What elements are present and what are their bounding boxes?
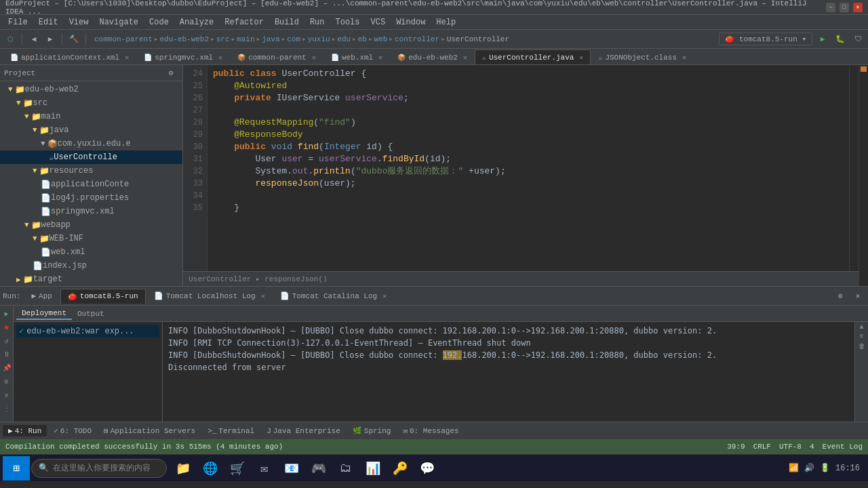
bottom-tab-run[interactable]: ▶ 4: Run: [3, 425, 47, 436]
tree-item-resources[interactable]: ▼ 📁 resources: [0, 164, 182, 178]
menu-view[interactable]: View: [64, 16, 94, 28]
run-pin-icon[interactable]: 📌: [1, 363, 12, 373]
tab-webxml[interactable]: 📄 web.xml ✕: [323, 49, 390, 64]
bottom-tab-terminal[interactable]: >_ Terminal: [202, 426, 260, 436]
sidebar-gear-icon[interactable]: ⚙: [163, 66, 178, 81]
nav-main[interactable]: main: [237, 35, 254, 43]
bottom-tab-appservers[interactable]: ⊞ Application Servers: [98, 425, 201, 436]
toolbar-back[interactable]: ◀: [26, 32, 41, 47]
log-scroll-up-icon[interactable]: ▲: [859, 323, 863, 331]
tree-item-springmvc[interactable]: 📄 springmvc.xml: [0, 205, 182, 218]
run-play-icon[interactable]: ▶: [1, 308, 12, 319]
bottom-tab-spring[interactable]: 🌿 Spring: [347, 425, 397, 436]
tab-close-common-parent[interactable]: ✕: [312, 54, 316, 62]
win-search-box[interactable]: 🔍 在这里输入你要搜索的内容: [31, 459, 167, 478]
bottom-tab-messages[interactable]: ✉ 0: Messages: [397, 425, 464, 436]
debug-button[interactable]: 🐛: [833, 32, 848, 47]
tree-item-edu-eb-web2[interactable]: ▼ 📁 edu-eb-web2: [0, 83, 182, 96]
win-start-button[interactable]: ⊞: [3, 456, 30, 481]
nav-src[interactable]: src: [216, 35, 230, 43]
menu-help[interactable]: Help: [431, 16, 461, 28]
tree-item-src[interactable]: ▼ 📁 src: [0, 96, 182, 110]
tab-applicationcontext[interactable]: 📄 applicationContext.xml ✕: [3, 49, 136, 64]
maximize-button[interactable]: □: [840, 3, 849, 12]
indent[interactable]: 4: [810, 443, 814, 451]
run-button[interactable]: ▶: [815, 32, 830, 47]
tab-common-parent[interactable]: 📦 common-parent ✕: [230, 49, 323, 64]
menu-tools[interactable]: Tools: [330, 16, 366, 28]
tree-item-package[interactable]: ▼ 📦 com.yuxiu.edu.e: [0, 137, 182, 150]
menu-vcs[interactable]: VCS: [366, 16, 391, 28]
win-mail-icon[interactable]: ✉: [252, 456, 277, 481]
win-app2-icon[interactable]: 🎮: [307, 456, 331, 481]
win-clock[interactable]: 16:16: [835, 464, 860, 473]
toolbar-build[interactable]: 🔨: [66, 32, 81, 47]
toolbar-forward[interactable]: ▶: [43, 32, 58, 47]
tab-jsonobject[interactable]: ☕ JSONObject.class ✕: [591, 49, 694, 64]
nav-yuxiu[interactable]: yuxiu: [308, 35, 330, 43]
tree-item-webinf[interactable]: ▼ 📁 WEB-INF: [0, 232, 182, 245]
win-app6-icon[interactable]: 💬: [415, 456, 439, 481]
deployment-item[interactable]: ✓ edu-eb-web2:war exp...: [16, 325, 159, 338]
tab-usercontroller[interactable]: ☕ UserController.java ✕: [475, 49, 591, 64]
tab-close-applicationcontext[interactable]: ✕: [125, 54, 129, 62]
log-clear-icon[interactable]: 🗑: [859, 342, 865, 350]
close-button[interactable]: ✕: [853, 3, 863, 12]
nav-edu-eb-web2[interactable]: edu-eb-web2: [159, 35, 209, 43]
line-separator[interactable]: CRLF: [753, 443, 771, 451]
menu-analyze[interactable]: Analyze: [174, 16, 219, 28]
run-stop-icon[interactable]: ■: [1, 322, 12, 333]
editor-scrollbar[interactable]: [849, 65, 859, 271]
tab-close-edu-eb-web2[interactable]: ✕: [463, 54, 467, 62]
tab-close-usercontroller[interactable]: ✕: [579, 54, 583, 62]
tab-close-webxml[interactable]: ✕: [378, 54, 382, 62]
menu-refactor[interactable]: Refactor: [219, 16, 269, 28]
run-tab-app[interactable]: ▶ App: [24, 289, 58, 304]
run-subtab-output[interactable]: Output: [72, 308, 110, 319]
run-settings-icon[interactable]: ⚙: [833, 289, 848, 304]
run-log[interactable]: INFO [DubboShutdownHook] – [DUBBO] Close…: [163, 322, 854, 422]
window-controls[interactable]: – □ ✕: [826, 3, 863, 12]
run-tab-localhost-log[interactable]: 📄 Tomcat Localhost Log ✕: [147, 289, 272, 304]
tab-close-jsonobject[interactable]: ✕: [682, 54, 686, 62]
win-edge-icon[interactable]: 🌐: [198, 456, 222, 481]
bottom-tab-javaenterprise[interactable]: J Java Enterprise: [261, 426, 346, 436]
menu-navigate[interactable]: Navigate: [94, 16, 144, 28]
run-settings2-icon[interactable]: ⚙: [1, 376, 12, 387]
tree-item-java[interactable]: ▼ 📁 java: [0, 123, 182, 137]
menu-run[interactable]: Run: [304, 16, 330, 28]
tree-item-target[interactable]: ▶ 📁 target: [0, 272, 182, 286]
run-more-icon[interactable]: ⋮: [1, 403, 12, 414]
tree-item-webxml[interactable]: 📄 web.xml: [0, 245, 182, 259]
encoding[interactable]: UTF-8: [779, 443, 802, 451]
nav-controller[interactable]: controller: [395, 35, 439, 43]
nav-eb[interactable]: eb: [358, 35, 367, 43]
nav-common-parent[interactable]: common-parent: [94, 35, 153, 43]
menu-file[interactable]: File: [3, 16, 33, 28]
run-collapse-icon[interactable]: ✕: [1, 390, 12, 401]
minimize-button[interactable]: –: [826, 3, 835, 12]
run-tab-close-localhost[interactable]: ✕: [261, 292, 265, 300]
run-close-icon[interactable]: ✕: [850, 289, 865, 304]
win-app1-icon[interactable]: 📧: [279, 456, 304, 481]
nav-java[interactable]: java: [262, 35, 279, 43]
log-filter-icon[interactable]: ≡: [859, 333, 863, 340]
run-tab-close-catalina[interactable]: ✕: [382, 292, 387, 300]
menu-build[interactable]: Build: [269, 16, 304, 28]
tab-springmvc[interactable]: 📄 springmvc.xml ✕: [136, 49, 230, 64]
menu-code[interactable]: Code: [144, 16, 174, 28]
tree-item-indexjsp[interactable]: 📄 index.jsp: [0, 259, 182, 272]
run-config-selector[interactable]: 🍅 tomcat8.5-run ▾: [719, 33, 812, 45]
win-explorer-icon[interactable]: 📁: [171, 456, 195, 481]
tab-edu-eb-web2[interactable]: 📦 edu-eb-web2 ✕: [390, 49, 475, 64]
event-log[interactable]: Event Log: [823, 443, 863, 451]
tab-close-springmvc[interactable]: ✕: [218, 54, 222, 62]
tree-item-usercontroller[interactable]: ☕ UserControlle: [0, 150, 182, 164]
menu-window[interactable]: Window: [391, 16, 431, 28]
run-subtab-deployment[interactable]: Deployment: [16, 308, 72, 320]
tree-item-main[interactable]: ▼ 📁 main: [0, 110, 182, 123]
nav-edu[interactable]: edu: [337, 35, 351, 43]
run-tab-tomcat[interactable]: 🍅 tomcat8.5-run: [60, 289, 146, 304]
nav-com[interactable]: com: [287, 35, 300, 43]
tree-item-log4j[interactable]: 📄 log4j.properties: [0, 191, 182, 205]
